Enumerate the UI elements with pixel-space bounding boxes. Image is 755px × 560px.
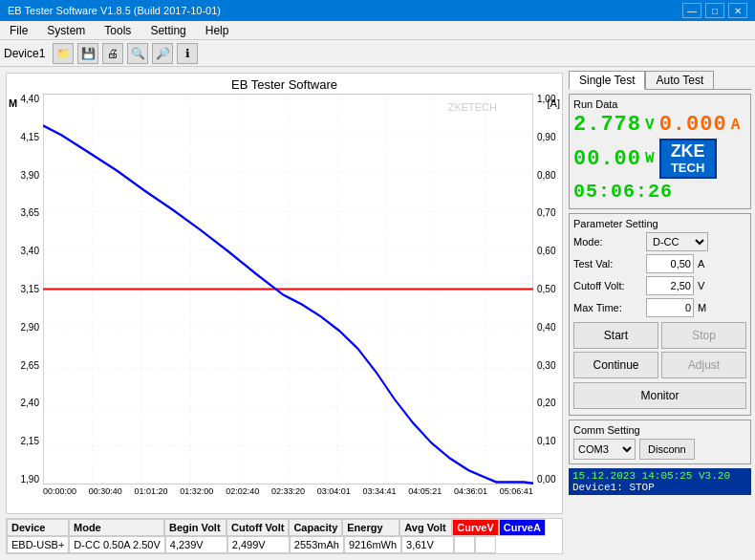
- menu-tools[interactable]: Tools: [98, 22, 137, 39]
- title-bar: EB Tester Software V1.8.5 (Build 2017-10…: [0, 0, 755, 21]
- cell-begin-volt: 4,239V: [165, 536, 227, 553]
- status-bar: 15.12.2023 14:05:25 V3.20 Device1: STOP: [569, 468, 751, 495]
- max-time-unit: M: [698, 302, 717, 313]
- test-val-input[interactable]: [646, 254, 694, 273]
- run-data-voltage-row: 2.778 V 0.000 A: [573, 113, 746, 137]
- header-mode: Mode: [69, 519, 164, 536]
- mode-select[interactable]: D-CC D-CV D-CP: [646, 232, 708, 251]
- test-val-label: Test Val:: [573, 258, 642, 269]
- search-icon[interactable]: 🔍: [127, 43, 148, 64]
- x-axis: 00:00:00 00:30:40 01:01:20 01:32:00 02:0…: [43, 485, 533, 513]
- voltage-display: 2.778: [573, 113, 641, 137]
- main-content: EB Tester Software M [A] 4,40 4,15 3,90 …: [0, 67, 755, 560]
- chart-svg: [43, 94, 533, 485]
- chart-title: EB Tester Software: [7, 74, 562, 94]
- cell-curvea: [475, 536, 496, 553]
- zke-logo-top: ZKE: [671, 142, 705, 162]
- cell-capacity: 2553mAh: [290, 536, 344, 553]
- max-time-label: Max Time:: [573, 302, 642, 313]
- menu-setting[interactable]: Setting: [144, 22, 191, 39]
- max-time-row: Max Time: M: [573, 298, 746, 317]
- cell-curvev: [454, 536, 475, 553]
- header-curvea: CurveA: [499, 519, 546, 536]
- chart-container: M [A] 4,40 4,15 3,90 3,65 3,40 3,15 2,90…: [7, 94, 562, 513]
- header-capacity: Capacity: [289, 519, 342, 536]
- save-icon[interactable]: 💾: [77, 43, 98, 64]
- run-data-label: Run Data: [573, 98, 746, 110]
- mode-row: Mode: D-CC D-CV D-CP: [573, 232, 746, 251]
- left-panel: EB Tester Software M [A] 4,40 4,15 3,90 …: [2, 69, 567, 558]
- info-icon[interactable]: ℹ: [177, 43, 198, 64]
- bottom-table: Device Mode Begin Volt Cutoff Volt Capac…: [6, 518, 563, 554]
- max-time-input[interactable]: [646, 298, 694, 317]
- tab-auto-test[interactable]: Auto Test: [645, 71, 714, 89]
- header-begin-volt: Begin Volt: [164, 519, 226, 536]
- cell-energy: 9216mWh: [344, 536, 401, 553]
- header-energy: Energy: [342, 519, 399, 536]
- time-display: 05:06:26: [573, 181, 673, 203]
- status-line1: 15.12.2023 14:05:25 V3.20: [572, 470, 747, 482]
- monitor-button[interactable]: Monitor: [573, 382, 746, 409]
- zoom-icon[interactable]: 🔎: [152, 43, 173, 64]
- stop-button[interactable]: Stop: [661, 322, 746, 349]
- cutoff-volt-input[interactable]: [646, 276, 694, 295]
- test-val-row: Test Val: A: [573, 254, 746, 273]
- close-button[interactable]: ✕: [728, 3, 747, 18]
- power-unit: W: [645, 150, 656, 167]
- monitor-btn-row: Monitor: [573, 380, 746, 411]
- run-data-time-row: 05:06:26: [573, 181, 746, 203]
- y-axis-right: 1,00 0,90 0,80 0,70 0,60 0,50 0,40 0,30 …: [533, 94, 562, 485]
- menu-help[interactable]: Help: [200, 22, 235, 39]
- current-display: 0.000: [659, 113, 727, 137]
- cutoff-volt-row: Cutoff Volt: V: [573, 276, 746, 295]
- minimize-button[interactable]: —: [682, 3, 701, 18]
- cutoff-volt-label: Cutoff Volt:: [573, 280, 642, 291]
- device-label: Device1: [4, 47, 45, 60]
- mode-label: Mode:: [573, 236, 642, 248]
- chart-grid: ZKETECH: [43, 94, 533, 485]
- menu-system[interactable]: System: [41, 22, 91, 39]
- disconnect-button[interactable]: Disconn: [639, 439, 695, 460]
- comm-port-select[interactable]: COM3 COM1 COM2: [573, 439, 636, 460]
- continue-button[interactable]: Continue: [573, 352, 658, 378]
- zke-logo: ZKE TECH: [659, 139, 717, 179]
- table-row: EBD-USB+ D-CC 0.50A 2.50V 4,239V 2,499V …: [7, 536, 562, 553]
- run-data-power-row: 00.00 W ZKE TECH: [573, 139, 746, 179]
- title-bar-label: EB Tester Software V1.8.5 (Build 2017-10…: [8, 5, 221, 16]
- tabs: Single Test Auto Test: [569, 71, 751, 90]
- cell-mode: D-CC 0.50A 2.50V: [69, 536, 165, 553]
- comm-section: Comm Setting COM3 COM1 COM2 Disconn: [569, 420, 751, 464]
- print-icon[interactable]: 🖨: [102, 43, 123, 64]
- right-panel: Single Test Auto Test Run Data 2.778 V 0…: [569, 67, 755, 560]
- adjust-button[interactable]: Adjust: [661, 352, 746, 378]
- toolbar: Device1 📁 💾 🖨 🔍 🔎 ℹ: [0, 40, 755, 67]
- title-bar-buttons: — □ ✕: [682, 3, 747, 18]
- comm-row: COM3 COM1 COM2 Disconn: [573, 439, 746, 460]
- action-buttons: Start Stop Continue Adjust: [573, 320, 746, 380]
- test-val-unit: A: [698, 258, 717, 269]
- header-avg-volt: Avg Volt: [399, 519, 452, 536]
- cell-device: EBD-USB+: [7, 536, 69, 553]
- cell-avg-volt: 3,61V: [401, 536, 454, 553]
- power-display: 00.00: [573, 147, 641, 171]
- comm-label: Comm Setting: [573, 424, 746, 436]
- param-label: Parameter Setting: [573, 218, 746, 229]
- header-curvev: CurveV: [452, 519, 499, 536]
- chart-area: EB Tester Software M [A] 4,40 4,15 3,90 …: [6, 73, 563, 514]
- header-cutoff-volt: Cutoff Volt: [226, 519, 289, 536]
- cell-cutoff-volt: 2,499V: [227, 536, 290, 553]
- open-icon[interactable]: 📁: [53, 43, 74, 64]
- start-button[interactable]: Start: [573, 322, 658, 349]
- header-device: Device: [7, 519, 69, 536]
- y-axis-left: 4,40 4,15 3,90 3,65 3,40 3,15 2,90 2,65 …: [7, 94, 43, 485]
- parameter-section: Parameter Setting Mode: D-CC D-CV D-CP T…: [569, 213, 751, 416]
- cutoff-volt-unit: V: [698, 280, 717, 291]
- tab-single-test[interactable]: Single Test: [569, 71, 645, 90]
- maximize-button[interactable]: □: [705, 3, 724, 18]
- table-header: Device Mode Begin Volt Cutoff Volt Capac…: [7, 519, 562, 536]
- status-line2: Device1: STOP: [572, 482, 747, 493]
- current-unit: A: [731, 117, 742, 134]
- run-data-section: Run Data 2.778 V 0.000 A 00.00 W ZKE TEC…: [569, 94, 751, 209]
- menu-file[interactable]: File: [4, 22, 33, 39]
- zke-logo-bottom: TECH: [671, 162, 704, 175]
